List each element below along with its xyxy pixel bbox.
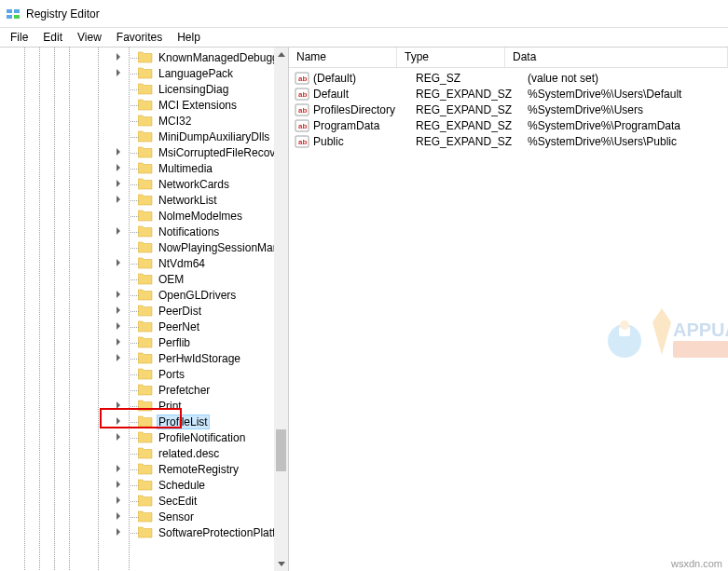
- chevron-right-icon[interactable]: [114, 337, 124, 347]
- tree-item[interactable]: PeerNet: [0, 319, 274, 334]
- tree-item[interactable]: Schedule: [0, 477, 274, 493]
- string-value-icon: ab: [295, 71, 309, 86]
- tree-item[interactable]: ProfileNotification: [0, 429, 274, 445]
- tree-item[interactable]: NowPlayingSessionMan: [0, 239, 274, 255]
- attribution-text: wsxdn.com: [671, 558, 722, 569]
- scroll-up-button[interactable]: [274, 48, 288, 61]
- folder-icon: [138, 146, 153, 158]
- value-name: ProgramData: [313, 119, 416, 132]
- list-row[interactable]: abProgramDataREG_EXPAND_SZ%SystemDrive%\…: [289, 117, 728, 133]
- folder-icon: [138, 130, 153, 143]
- chevron-right-icon[interactable]: [114, 258, 124, 268]
- tree-item-label: NetworkList: [157, 194, 219, 207]
- tree-item-label: Print: [157, 400, 184, 413]
- tree-item[interactable]: MsiCorruptedFileRecove: [0, 144, 274, 160]
- list-row[interactable]: abDefaultREG_EXPAND_SZ%SystemDrive%\User…: [289, 86, 728, 102]
- menu-file[interactable]: File: [4, 29, 34, 46]
- tree-item[interactable]: PerHwIdStorage: [0, 350, 274, 366]
- tree[interactable]: KnownManagedDebuggLanguagePackLicensingD…: [0, 48, 274, 542]
- titlebar[interactable]: Registry Editor: [0, 0, 728, 28]
- folder-icon: [138, 495, 153, 507]
- chevron-right-icon[interactable]: [114, 511, 124, 522]
- menu-favorites[interactable]: Favorites: [110, 29, 169, 46]
- chevron-right-icon[interactable]: [114, 226, 124, 237]
- tree-item[interactable]: OEM: [0, 271, 274, 287]
- tree-item[interactable]: NolmeModelmes: [0, 208, 274, 224]
- folder-icon: [138, 368, 153, 380]
- menu-edit[interactable]: Edit: [36, 29, 69, 46]
- tree-item[interactable]: SoftwareProtectionPlatf: [0, 524, 274, 540]
- value-data: %SystemDrive%\Users: [528, 103, 728, 116]
- value-data: %SystemDrive%\Users\Default: [528, 88, 728, 101]
- svg-text:ab: ab: [298, 90, 307, 99]
- tree-item-label: Notifications: [157, 225, 221, 238]
- tree-item-label: MCI32: [157, 115, 193, 128]
- chevron-right-icon[interactable]: [114, 464, 124, 474]
- tree-item[interactable]: NetworkList: [0, 192, 274, 208]
- chevron-right-icon[interactable]: [114, 147, 124, 157]
- tree-scrollbar[interactable]: [274, 48, 288, 571]
- tree-item-label: Ports: [157, 368, 186, 381]
- chevron-right-icon[interactable]: [114, 496, 124, 506]
- tree-item[interactable]: LanguagePack: [0, 65, 274, 81]
- tree-item[interactable]: Sensor: [0, 509, 274, 524]
- chevron-right-icon[interactable]: [114, 401, 124, 411]
- tree-item[interactable]: MiniDumpAuxiliaryDlls: [0, 129, 274, 144]
- regedit-icon: [6, 7, 21, 21]
- list-pane: Name Type Data ab(Default)REG_SZ(value n…: [289, 48, 728, 571]
- chevron-right-icon[interactable]: [114, 306, 124, 316]
- chevron-right-icon[interactable]: [114, 527, 124, 537]
- watermark: APPUALS: [597, 308, 728, 369]
- tree-item[interactable]: Notifications: [0, 224, 274, 239]
- chevron-right-icon[interactable]: [114, 163, 124, 173]
- tree-item-label: NowPlayingSessionMan: [157, 241, 274, 254]
- tree-item-label: LanguagePack: [157, 67, 235, 80]
- tree-item[interactable]: MCI32: [0, 113, 274, 129]
- chevron-right-icon[interactable]: [114, 195, 124, 205]
- chevron-right-icon[interactable]: [114, 68, 124, 78]
- folder-icon: [138, 320, 153, 333]
- chevron-right-icon[interactable]: [114, 432, 124, 442]
- tree-item[interactable]: Multimedia: [0, 160, 274, 176]
- folder-icon: [138, 415, 153, 428]
- chevron-right-icon[interactable]: [114, 52, 124, 62]
- list-row[interactable]: ab(Default)REG_SZ(value not set): [289, 70, 728, 86]
- tree-item[interactable]: LicensingDiag: [0, 81, 274, 97]
- chevron-right-icon[interactable]: [114, 290, 124, 300]
- tree-item[interactable]: related.desc: [0, 445, 274, 461]
- tree-item[interactable]: NetworkCards: [0, 176, 274, 192]
- tree-item[interactable]: Prefetcher: [0, 382, 274, 398]
- tree-item[interactable]: Print: [0, 398, 274, 414]
- column-header-data[interactable]: Data: [505, 48, 728, 67]
- menu-view[interactable]: View: [71, 29, 108, 46]
- value-type: REG_SZ: [416, 72, 528, 85]
- tree-item[interactable]: RemoteRegistry: [0, 461, 274, 477]
- tree-item[interactable]: ProfileList: [0, 414, 274, 429]
- chevron-right-icon[interactable]: [114, 353, 124, 363]
- chevron-right-icon[interactable]: [114, 321, 124, 332]
- tree-item[interactable]: PeerDist: [0, 303, 274, 319]
- scroll-thumb[interactable]: [276, 429, 286, 471]
- tree-item-label: Prefetcher: [157, 384, 212, 397]
- tree-item-label: MCI Extensions: [157, 99, 239, 112]
- tree-item-label: LicensingDiag: [157, 83, 230, 96]
- tree-item[interactable]: SecEdit: [0, 493, 274, 509]
- list-row[interactable]: abProfilesDirectoryREG_EXPAND_SZ%SystemD…: [289, 102, 728, 117]
- tree-item-label: ProfileNotification: [157, 431, 247, 444]
- value-name: ProfilesDirectory: [313, 103, 416, 116]
- scroll-down-button[interactable]: [274, 557, 288, 571]
- column-header-type[interactable]: Type: [397, 48, 505, 67]
- menu-help[interactable]: Help: [171, 29, 207, 46]
- chevron-right-icon[interactable]: [114, 416, 124, 427]
- tree-item[interactable]: OpenGLDrivers: [0, 287, 274, 303]
- tree-item[interactable]: NtVdm64: [0, 255, 274, 271]
- list-row[interactable]: abPublicREG_EXPAND_SZ%SystemDrive%\Users…: [289, 133, 728, 149]
- chevron-right-icon[interactable]: [114, 179, 124, 189]
- tree-item[interactable]: MCI Extensions: [0, 97, 274, 113]
- tree-item-label: KnownManagedDebugg: [157, 51, 274, 64]
- tree-item[interactable]: Perflib: [0, 334, 274, 350]
- chevron-right-icon[interactable]: [114, 480, 124, 490]
- tree-item[interactable]: Ports: [0, 366, 274, 382]
- column-header-name[interactable]: Name: [289, 48, 397, 67]
- tree-item[interactable]: KnownManagedDebugg: [0, 49, 274, 65]
